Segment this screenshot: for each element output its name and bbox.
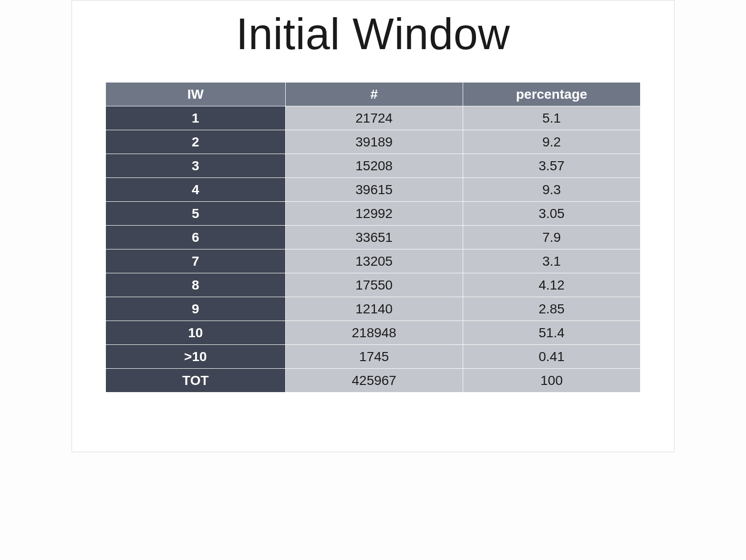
cell-iw: TOT bbox=[106, 369, 286, 393]
table-row: 9 12140 2.85 bbox=[106, 297, 641, 321]
table-row: 8 17550 4.12 bbox=[106, 273, 641, 297]
cell-count: 15208 bbox=[285, 154, 463, 178]
cell-count: 21724 bbox=[285, 106, 463, 130]
cell-percentage: 5.1 bbox=[463, 106, 640, 130]
col-header-iw: IW bbox=[106, 83, 286, 106]
cell-percentage: 51.4 bbox=[463, 321, 640, 345]
table-row: >10 1745 0.41 bbox=[106, 345, 641, 369]
col-header-percentage: percentage bbox=[463, 83, 640, 106]
cell-count: 39189 bbox=[285, 130, 463, 154]
cell-iw: 2 bbox=[106, 130, 286, 154]
cell-percentage: 2.85 bbox=[463, 297, 640, 321]
initial-window-table: IW # percentage 1 21724 5.1 2 39189 9.2 … bbox=[105, 82, 641, 393]
table-row: 7 13205 3.1 bbox=[106, 249, 641, 273]
cell-iw: 7 bbox=[106, 249, 286, 273]
cell-count: 12140 bbox=[285, 297, 463, 321]
cell-percentage: 9.2 bbox=[463, 130, 640, 154]
cell-count: 218948 bbox=[285, 321, 463, 345]
table-body: 1 21724 5.1 2 39189 9.2 3 15208 3.57 4 3… bbox=[106, 106, 641, 393]
cell-percentage: 7.9 bbox=[463, 226, 640, 249]
cell-count: 12992 bbox=[285, 202, 463, 226]
cell-count: 425967 bbox=[285, 369, 463, 393]
cell-iw: 8 bbox=[106, 273, 286, 297]
cell-percentage: 3.05 bbox=[463, 202, 640, 226]
cell-count: 1745 bbox=[285, 345, 463, 369]
table-container: IW # percentage 1 21724 5.1 2 39189 9.2 … bbox=[105, 82, 641, 393]
cell-iw: 9 bbox=[106, 297, 286, 321]
cell-count: 17550 bbox=[285, 273, 463, 297]
cell-percentage: 0.41 bbox=[463, 345, 640, 369]
cell-count: 33651 bbox=[285, 226, 463, 249]
table-header-row: IW # percentage bbox=[106, 83, 641, 106]
cell-iw: 6 bbox=[106, 226, 286, 249]
cell-iw: 10 bbox=[106, 321, 286, 345]
slide: Initial Window IW # percentage 1 21724 5… bbox=[72, 0, 674, 452]
table-row: 2 39189 9.2 bbox=[106, 130, 641, 154]
table-row: 3 15208 3.57 bbox=[106, 154, 641, 178]
cell-iw: >10 bbox=[106, 345, 286, 369]
cell-iw: 5 bbox=[106, 202, 286, 226]
slide-title: Initial Window bbox=[72, 9, 674, 59]
cell-percentage: 100 bbox=[463, 369, 640, 393]
col-header-count: # bbox=[285, 83, 463, 106]
table-row: TOT 425967 100 bbox=[106, 369, 641, 393]
cell-percentage: 3.57 bbox=[463, 154, 640, 178]
table-row: 5 12992 3.05 bbox=[106, 202, 641, 226]
table-row: 10 218948 51.4 bbox=[106, 321, 641, 345]
cell-percentage: 3.1 bbox=[463, 249, 640, 273]
table-row: 6 33651 7.9 bbox=[106, 226, 641, 249]
cell-percentage: 9.3 bbox=[463, 178, 640, 202]
cell-count: 39615 bbox=[285, 178, 463, 202]
cell-count: 13205 bbox=[285, 249, 463, 273]
cell-iw: 1 bbox=[106, 106, 286, 130]
cell-percentage: 4.12 bbox=[463, 273, 640, 297]
table-row: 4 39615 9.3 bbox=[106, 178, 641, 202]
table-row: 1 21724 5.1 bbox=[106, 106, 641, 130]
cell-iw: 4 bbox=[106, 178, 286, 202]
cell-iw: 3 bbox=[106, 154, 286, 178]
